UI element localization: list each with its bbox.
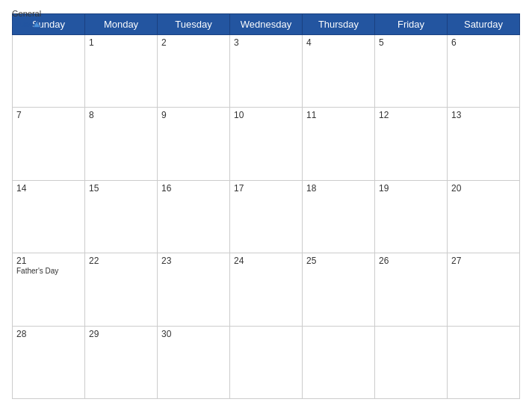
calendar-cell: 6 <box>448 35 520 108</box>
calendar-cell: 8 <box>85 108 158 180</box>
calendar-cell: 1 <box>85 35 158 108</box>
day-number: 16 <box>161 183 226 194</box>
day-header-wednesday: Wednesday <box>230 14 303 35</box>
day-number: 7 <box>16 110 81 120</box>
day-number: 30 <box>161 329 226 339</box>
day-number: 26 <box>379 256 443 266</box>
calendar-cell <box>13 35 85 108</box>
calendar-cell: 19 <box>375 180 448 253</box>
calendar-cell: 20 <box>448 180 520 253</box>
calendar-cell <box>375 326 448 398</box>
day-header-saturday: Saturday <box>448 14 520 35</box>
calendar-cell: 17 <box>230 180 303 253</box>
calendar-cell: 18 <box>303 180 375 253</box>
day-number: 20 <box>451 183 516 194</box>
calendar-cell: 11 <box>303 108 375 180</box>
calendar-cell: 21Father's Day <box>13 253 85 326</box>
event-label: Father's Day <box>16 267 81 275</box>
day-number: 9 <box>161 110 226 120</box>
day-number: 27 <box>451 256 516 266</box>
day-number: 23 <box>161 256 226 266</box>
calendar-table: SundayMondayTuesdayWednesdayThursdayFrid… <box>12 13 520 399</box>
calendar-week-3: 21Father's Day222324252627 <box>13 253 520 326</box>
days-header-row: SundayMondayTuesdayWednesdayThursdayFrid… <box>13 14 520 35</box>
calendar-cell: 30 <box>158 326 230 398</box>
calendar-body: 123456789101112131415161718192021Father'… <box>13 35 520 399</box>
calendar-cell <box>303 326 375 398</box>
day-number: 21 <box>16 256 81 266</box>
calendar-cell: 24 <box>230 253 303 326</box>
calendar-cell: 12 <box>375 108 448 180</box>
calendar-cell: 22 <box>85 253 158 326</box>
calendar-cell: 14 <box>13 180 85 253</box>
calendar-container: General Blue SundayMondayTuesdayWednesda… <box>0 0 532 411</box>
day-number: 6 <box>451 37 516 48</box>
day-header-thursday: Thursday <box>303 14 375 35</box>
day-number: 5 <box>379 37 443 48</box>
calendar-cell: 28 <box>13 326 85 398</box>
day-number: 10 <box>234 110 298 120</box>
calendar-cell: 7 <box>13 108 85 180</box>
calendar-cell: 25 <box>303 253 375 326</box>
calendar-week-4: 282930 <box>13 326 520 398</box>
day-number: 18 <box>306 183 371 194</box>
day-number: 29 <box>89 329 153 339</box>
calendar-cell: 3 <box>230 35 303 108</box>
day-number: 13 <box>451 110 516 120</box>
calendar-cell: 27 <box>448 253 520 326</box>
day-number: 19 <box>379 183 443 194</box>
calendar-cell: 5 <box>375 35 448 108</box>
day-number: 25 <box>306 256 371 266</box>
day-number: 4 <box>306 37 371 48</box>
day-number: 2 <box>161 37 226 48</box>
calendar-cell: 23 <box>158 253 230 326</box>
logo: General Blue <box>12 9 42 29</box>
calendar-cell: 26 <box>375 253 448 326</box>
day-number: 1 <box>89 37 153 48</box>
day-header-monday: Monday <box>85 14 158 35</box>
day-number: 8 <box>89 110 153 120</box>
calendar-cell <box>230 326 303 398</box>
logo-icon <box>31 19 42 29</box>
day-number: 28 <box>16 329 81 339</box>
calendar-cell: 16 <box>158 180 230 253</box>
day-number: 12 <box>379 110 443 120</box>
calendar-cell: 15 <box>85 180 158 253</box>
day-header-tuesday: Tuesday <box>158 14 230 35</box>
day-header-friday: Friday <box>375 14 448 35</box>
day-number: 15 <box>89 183 153 194</box>
calendar-cell: 2 <box>158 35 230 108</box>
calendar-cell: 13 <box>448 108 520 180</box>
calendar-cell: 9 <box>158 108 230 180</box>
calendar-cell <box>448 326 520 398</box>
calendar-week-1: 78910111213 <box>13 108 520 180</box>
day-number: 11 <box>306 110 371 120</box>
day-number: 3 <box>234 37 298 48</box>
day-number: 14 <box>16 183 81 194</box>
day-number: 22 <box>89 256 153 266</box>
day-number: 17 <box>234 183 298 194</box>
calendar-cell: 29 <box>85 326 158 398</box>
calendar-week-0: 123456 <box>13 35 520 108</box>
calendar-cell: 10 <box>230 108 303 180</box>
logo-blue-text: Blue <box>12 19 30 29</box>
day-number: 24 <box>234 256 298 266</box>
calendar-cell: 4 <box>303 35 375 108</box>
logo-general-text: General <box>12 9 41 19</box>
calendar-week-2: 14151617181920 <box>13 180 520 253</box>
